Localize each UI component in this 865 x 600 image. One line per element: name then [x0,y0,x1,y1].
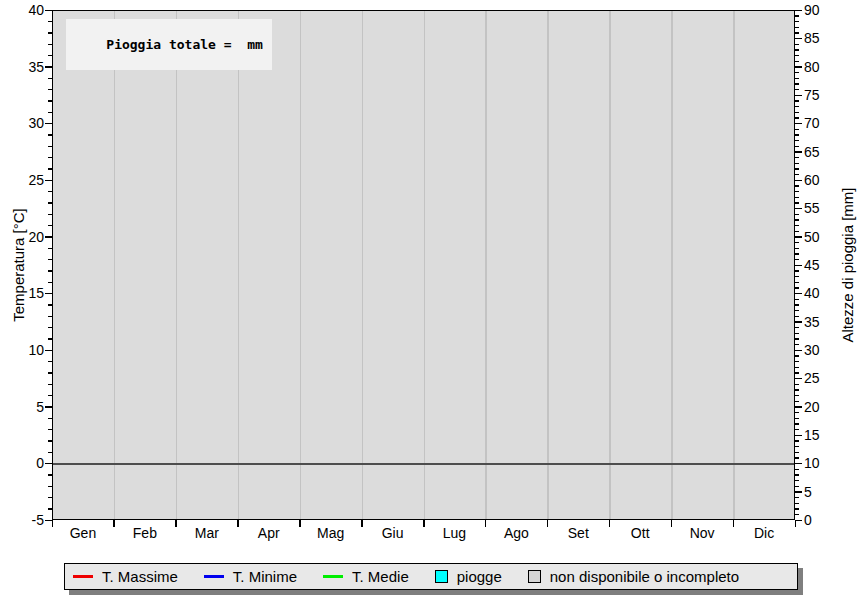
left-axis-tick [48,100,52,102]
left-axis-tick [48,304,52,306]
right-axis-tick [795,361,799,363]
right-axis-tick [795,486,799,488]
x-tick-label: Lug [423,525,485,541]
right-axis-tick [795,180,802,182]
right-axis-tick [795,350,802,352]
right-axis-tick [795,287,799,289]
left-axis-tick [48,259,52,261]
right-axis-tick [795,32,799,34]
x-tick-label: Set [547,525,609,541]
right-axis-tick-label: 25 [804,370,844,386]
right-axis-tick [795,38,802,40]
right-axis-tick [795,197,799,199]
right-axis-tick [795,452,799,454]
legend-item-piogge: piogge [435,568,502,585]
month-gridline [114,11,116,519]
right-axis-tick [795,367,799,369]
right-axis-tick [795,231,799,233]
right-axis-tick [795,10,802,12]
left-axis-tick [48,146,52,148]
left-axis-tick [45,123,52,125]
right-axis-tick [795,389,799,391]
month-gridline [362,11,364,519]
right-axis-tick-label: 85 [804,30,844,46]
left-axis-tick [48,202,52,204]
legend-item-t-minime: T. Minime [204,568,297,585]
left-axis-tick [48,418,52,420]
left-axis-tick [48,21,52,23]
left-axis-tick [48,384,52,386]
left-axis-tick-label: 0 [0,455,44,471]
left-axis-tick [45,180,52,182]
right-axis-tick [795,168,799,170]
right-axis-tick [795,406,802,408]
left-axis-tick-label: 5 [0,399,44,415]
right-axis-tick [795,384,799,386]
left-axis-tick [48,168,52,170]
right-axis-tick [795,299,799,301]
month-gridline [238,11,240,519]
right-axis-tick-label: 5 [804,484,844,500]
x-tick-label: Ott [609,525,671,541]
right-axis-tick [795,327,799,329]
right-axis-tick [795,83,799,85]
right-axis-tick [795,480,799,482]
right-axis-tick [795,95,802,97]
right-axis-tick [795,418,799,420]
left-axis-tick [48,248,52,250]
right-axis-tick-label: 75 [804,87,844,103]
right-axis-tick [795,435,802,437]
left-axis-tick [48,338,52,340]
right-axis-tick [795,310,799,312]
rain-total-text: Pioggia totale = mm [106,37,263,52]
left-axis-tick [48,440,52,442]
left-axis-tick [45,236,52,238]
month-gridline [300,11,302,519]
right-axis-tick [795,15,799,17]
right-axis-tick [795,514,799,516]
legend: T. Massime T. Minime T. Medie piogge non… [64,563,798,590]
left-axis-tick [45,350,52,352]
left-axis-title: Temperatura [°C] [10,208,27,322]
right-axis-tick [795,89,799,91]
x-tick-label: Nov [671,525,733,541]
right-axis-tick [795,27,799,29]
month-gridline [671,11,673,519]
left-axis-tick [48,270,52,272]
right-axis-tick [795,333,799,335]
left-axis-tick-label: -5 [0,512,44,528]
right-axis-tick [795,185,799,187]
right-axis-tick [795,66,802,68]
right-axis-tick [795,259,799,261]
right-axis-tick [795,253,799,255]
right-axis-tick-label: 20 [804,399,844,415]
right-axis-tick-label: 80 [804,59,844,75]
right-axis-tick [795,117,799,119]
right-axis-tick [795,100,799,102]
right-axis-tick [795,321,802,323]
left-axis-tick [48,191,52,193]
left-axis-tick [48,32,52,34]
left-axis-tick [48,55,52,57]
right-axis-tick [795,276,799,278]
left-axis-tick-label: 40 [0,2,44,18]
right-axis-tick [795,78,799,80]
legend-label: piogge [457,568,502,585]
left-axis-tick-label: 10 [0,342,44,358]
right-axis-tick [795,123,802,125]
right-axis-tick [795,202,799,204]
right-axis-tick [795,474,799,476]
right-axis-tick [795,157,799,159]
left-axis-tick [48,282,52,284]
t-medie-line-marker [323,575,343,578]
x-tick-label: Mar [176,525,238,541]
left-axis-tick [48,112,52,114]
left-axis-tick [48,474,52,476]
right-axis-tick-label: 90 [804,2,844,18]
month-gridline [547,11,549,519]
right-axis-tick [795,446,799,448]
left-axis-tick [48,78,52,80]
right-axis-tick [795,497,799,499]
right-axis-tick [795,338,799,340]
right-axis-tick [795,469,799,471]
